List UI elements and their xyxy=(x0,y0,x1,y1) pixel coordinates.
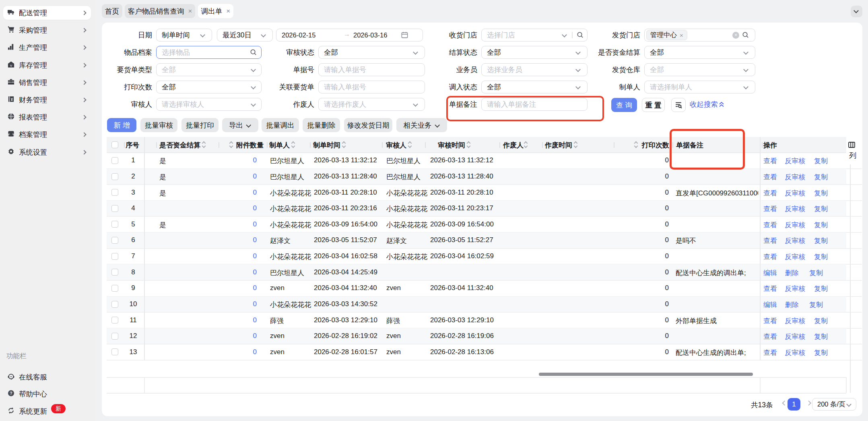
svg-text:?: ? xyxy=(10,391,12,396)
